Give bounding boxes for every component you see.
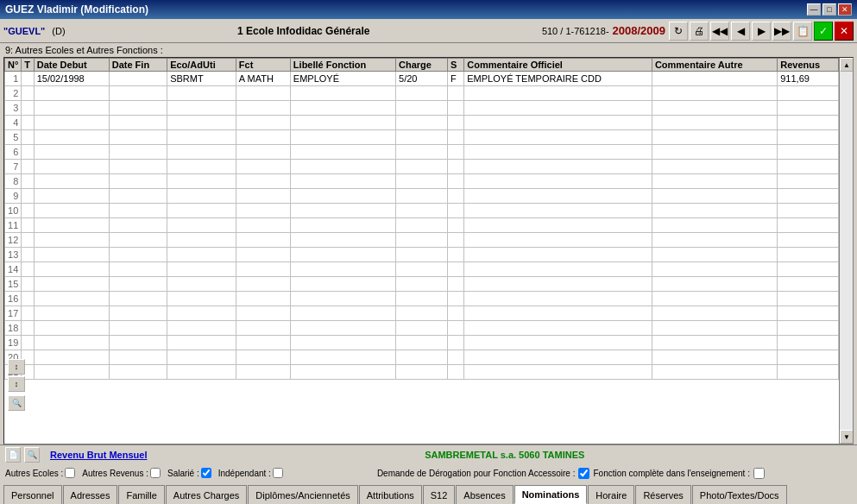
- table-row[interactable]: 6: [5, 145, 839, 160]
- autres-revenus-input[interactable]: [150, 468, 161, 478]
- independant-checkbox: Indépendant :: [218, 468, 283, 478]
- salarie-input[interactable]: [201, 468, 211, 478]
- table-row[interactable]: 2: [5, 86, 839, 101]
- maximize-button[interactable]: □: [822, 3, 836, 16]
- cell-eco: [167, 321, 236, 336]
- cell-revenus: [778, 336, 839, 350]
- refresh-icon[interactable]: ↻: [669, 22, 688, 41]
- tab-nominations[interactable]: Nominations: [514, 485, 588, 504]
- nav-first-icon[interactable]: ◀◀: [710, 22, 729, 41]
- table-row[interactable]: 11: [5, 218, 839, 233]
- cell-fct: [236, 86, 290, 101]
- cell-revenus: [778, 306, 839, 321]
- autres-ecoles-label: Autres Ecoles :: [5, 469, 63, 478]
- cell-commentaireofficiel: [464, 262, 652, 277]
- table-row[interactable]: 18: [5, 321, 839, 336]
- table-row[interactable]: 9: [5, 189, 839, 204]
- table-row[interactable]: 13: [5, 248, 839, 262]
- cell-revenus: [778, 350, 839, 365]
- tab-adresses[interactable]: Adresses: [63, 485, 118, 504]
- derogation-input[interactable]: [578, 468, 589, 479]
- table-row[interactable]: 8: [5, 174, 839, 189]
- table-row[interactable]: 15: [5, 277, 839, 292]
- extra-icon[interactable]: 🔍: [8, 395, 25, 411]
- cell-libelle: [290, 321, 395, 336]
- scroll-track[interactable]: [840, 72, 853, 430]
- cell-t: P: [22, 72, 34, 86]
- autres-ecoles-input[interactable]: [65, 468, 75, 478]
- cell-commentaireautre: [652, 189, 777, 204]
- close-button[interactable]: ✕: [838, 3, 852, 16]
- cell-libelle: [290, 365, 395, 380]
- tab-absences[interactable]: Absences: [456, 485, 513, 504]
- table-row[interactable]: 10: [5, 204, 839, 218]
- fonction-input[interactable]: [753, 468, 765, 479]
- cell-t: [22, 101, 34, 116]
- nav-prev-icon[interactable]: ◀: [731, 22, 750, 41]
- table-row[interactable]: 7: [5, 160, 839, 174]
- cell-fct: [236, 130, 290, 145]
- table-row[interactable]: 12: [5, 233, 839, 248]
- table-row[interactable]: 14: [5, 262, 839, 277]
- tab-photo-textes-docs[interactable]: Photo/Textes/Docs: [692, 485, 787, 504]
- cell-libelle: [290, 248, 395, 262]
- tab-personnel[interactable]: Personnel: [3, 485, 62, 504]
- main-container: "GUEVL" (D) 1 Ecole Infodidac Générale 5…: [0, 19, 857, 504]
- table-row[interactable]: 16: [5, 292, 839, 306]
- main-table: N° T Date Debut Date Fin Eco/AdUti Fct L…: [4, 58, 839, 380]
- sort-down-button[interactable]: ↕: [8, 376, 25, 392]
- vertical-scrollbar[interactable]: ▲ ▼: [839, 58, 853, 444]
- nav-last-icon[interactable]: ▶▶: [772, 22, 791, 41]
- cell-charge: [396, 189, 448, 204]
- table-scroll-area[interactable]: N° T Date Debut Date Fin Eco/AdUti Fct L…: [4, 58, 839, 444]
- scroll-down-button[interactable]: ▼: [840, 430, 854, 444]
- tab-s12[interactable]: S12: [423, 485, 456, 504]
- number-label: 510 / 1-761218-: [542, 26, 609, 36]
- cell-datefin: [109, 189, 167, 204]
- revenu-label[interactable]: Revenu Brut Mensuel: [50, 450, 147, 460]
- cell-t: [22, 86, 34, 101]
- cell-s: [448, 145, 464, 160]
- tab-dipl-mes-anciennet-s[interactable]: Diplômes/Anciennetés: [248, 485, 357, 504]
- bottom-icon2[interactable]: 🔍: [24, 447, 40, 463]
- scroll-up-button[interactable]: ▲: [840, 58, 854, 72]
- cell-libelle: [290, 277, 395, 292]
- cell-libelle: [290, 233, 395, 248]
- tab-horaire[interactable]: Horaire: [588, 485, 634, 504]
- independant-input[interactable]: [273, 468, 283, 478]
- copy-icon[interactable]: 📋: [793, 22, 812, 41]
- table-row[interactable]: 5: [5, 130, 839, 145]
- confirm-icon[interactable]: ✓: [814, 22, 833, 41]
- cell-datefin: [109, 174, 167, 189]
- table-row[interactable]: 19: [5, 336, 839, 350]
- cell-datedebut: [34, 86, 109, 101]
- cell-commentaireofficiel: [464, 292, 652, 306]
- table-row[interactable]: 3: [5, 101, 839, 116]
- cell-datedebut: [34, 130, 109, 145]
- cell-datefin: [109, 204, 167, 218]
- bottom-icon1[interactable]: 📄: [5, 447, 21, 463]
- cancel-icon[interactable]: ✕: [835, 22, 854, 41]
- table-row[interactable]: 1P15/02/1998SBRMTA MATHEMPLOYÉ5/20FEMPLO…: [5, 72, 839, 86]
- tab-famille[interactable]: Famille: [118, 485, 164, 504]
- table-row[interactable]: 21: [5, 365, 839, 380]
- tab-autres-charges[interactable]: Autres Charges: [166, 485, 247, 504]
- cell-revenus: [778, 365, 839, 380]
- cell-charge: [396, 204, 448, 218]
- bottom-section: 📄 🔍 Revenu Brut Mensuel SAMBREMETAL s.a.…: [0, 444, 857, 482]
- tab-attributions[interactable]: Attributions: [359, 485, 422, 504]
- table-row[interactable]: 4: [5, 116, 839, 130]
- title-bar: GUEZ Vladimir (Modification) — □ ✕: [0, 0, 857, 19]
- print-icon[interactable]: 🖨: [690, 22, 709, 41]
- cell-s: [448, 262, 464, 277]
- table-row[interactable]: 20: [5, 350, 839, 365]
- cell-t: [22, 292, 34, 306]
- cell-eco: [167, 189, 236, 204]
- nav-next-icon[interactable]: ▶: [752, 22, 771, 41]
- tab-r-serves[interactable]: Réserves: [635, 485, 690, 504]
- cell-s: [448, 160, 464, 174]
- sort-up-button[interactable]: ↕: [8, 359, 25, 375]
- cell-fct: [236, 321, 290, 336]
- table-row[interactable]: 17: [5, 306, 839, 321]
- minimize-button[interactable]: —: [807, 3, 821, 16]
